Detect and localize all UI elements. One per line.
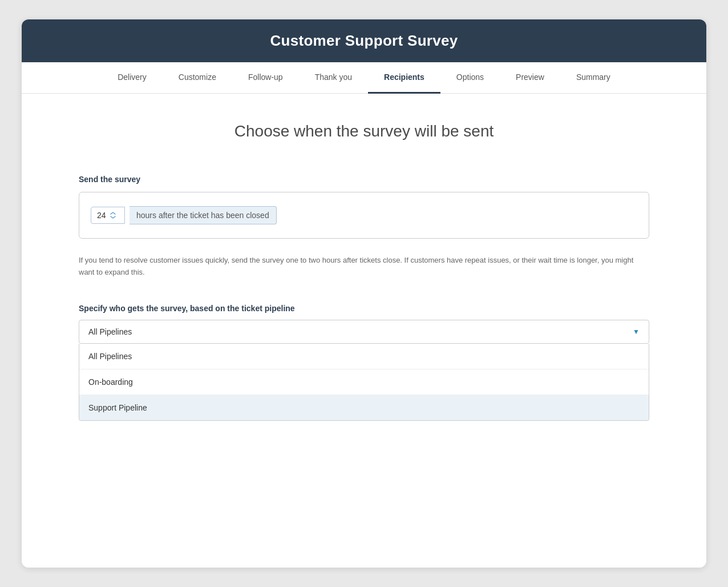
chevron-down-icon: ▼ [633,328,640,336]
dropdown-option-all[interactable]: All Pipelines [79,344,649,369]
tab-customize[interactable]: Customize [163,62,232,94]
survey-title: Customer Support Survey [22,32,706,50]
tab-thank-you[interactable]: Thank you [299,62,368,94]
dropdown-option-support[interactable]: Support Pipeline [79,395,649,420]
tab-summary[interactable]: Summary [560,62,626,94]
tab-preview[interactable]: Preview [500,62,560,94]
tab-delivery[interactable]: Delivery [102,62,163,94]
hours-input[interactable]: 24 [91,207,125,224]
hours-value: 24 [97,211,106,220]
tab-options[interactable]: Options [440,62,500,94]
tip-text: If you tend to resolve customer issues q… [79,255,649,279]
page-title: Choose when the survey will be sent [79,122,649,140]
header: Customer Support Survey [22,19,706,62]
tab-recipients[interactable]: Recipients [368,62,440,94]
hours-row: 24 hours after the ticket has been close… [91,206,637,224]
pipeline-dropdown-list: All Pipelines On-boarding Support Pipeli… [79,344,649,421]
pipeline-selected-value: All Pipelines [88,327,132,336]
survey-card: Customer Support Survey Delivery Customi… [22,19,706,568]
pipeline-section-label: Specify who gets the survey, based on th… [79,304,649,313]
nav-tabs: Delivery Customize Follow-up Thank you R… [22,62,706,94]
dropdown-option-onboarding[interactable]: On-boarding [79,369,649,395]
main-content: Choose when the survey will be sent Send… [22,94,706,455]
pipeline-dropdown-trigger[interactable]: All Pipelines ▼ [79,320,649,344]
stepper-icon[interactable] [110,211,116,219]
tab-follow-up[interactable]: Follow-up [232,62,299,94]
hours-suffix: hours after the ticket has been closed [130,206,277,224]
send-survey-box: 24 hours after the ticket has been close… [79,192,649,239]
send-survey-label: Send the survey [79,175,649,184]
